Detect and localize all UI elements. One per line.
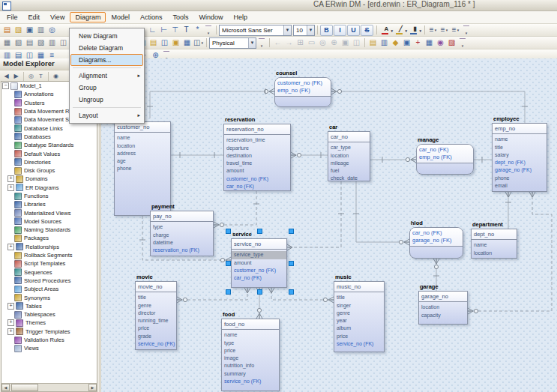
key-attribute-row[interactable]: customer_no bbox=[117, 124, 168, 131]
collapse-icon[interactable]: − bbox=[2, 82, 9, 89]
entity-box[interactable]: car_no (FK)emp_no (FK) bbox=[416, 144, 474, 175]
entity-box[interactable]: car_no (FK)garage_no (FK) bbox=[409, 227, 463, 259]
tree-item-directories[interactable]: Directories bbox=[1, 158, 97, 166]
selection-handle[interactable] bbox=[257, 229, 262, 234]
menubar-item-window[interactable]: Window bbox=[193, 12, 228, 22]
display-level-icon[interactable]: ◫▾ bbox=[193, 37, 204, 48]
entity-manage[interactable]: managecar_no (FK)emp_no (FK) bbox=[416, 144, 474, 175]
forward-icon[interactable]: ▶ bbox=[11, 72, 21, 81]
attribute-row[interactable]: phone bbox=[117, 165, 168, 172]
key-attribute-row[interactable]: customer_no (FK) bbox=[277, 79, 328, 87]
attribute-row[interactable]: image bbox=[224, 355, 277, 362]
toolbar-overflow-icon[interactable]: ▾ bbox=[205, 25, 211, 35]
strikethrough-button[interactable]: S bbox=[361, 25, 373, 36]
tree-item-themes[interactable]: +Themes bbox=[1, 319, 97, 327]
menu-item-group[interactable]: Group bbox=[70, 82, 143, 94]
tree-item-datatype-standards[interactable]: Datatype Standards bbox=[1, 141, 97, 149]
attribute-row[interactable]: service_type bbox=[232, 251, 286, 259]
attribute-row[interactable]: location bbox=[421, 304, 465, 311]
line-color-icon[interactable]: ╱▾ bbox=[394, 25, 408, 36]
expand-icon[interactable]: + bbox=[7, 244, 14, 250]
attribute-row[interactable]: service_no (FK) bbox=[138, 340, 174, 348]
menubar-item-actions[interactable]: Actions bbox=[135, 12, 168, 22]
attribute-row[interactable]: nutrition_info bbox=[224, 362, 277, 370]
tree-item-tablespaces[interactable]: Tablespaces bbox=[1, 310, 97, 319]
remove-icon[interactable]: ▭ bbox=[306, 37, 317, 48]
selection-handle[interactable] bbox=[289, 229, 294, 234]
tree-item-views[interactable]: Views bbox=[1, 344, 97, 352]
attribute-row[interactable]: location bbox=[117, 142, 168, 150]
attribute-row[interactable]: genre bbox=[138, 302, 174, 310]
expand-icon[interactable]: + bbox=[7, 319, 14, 326]
attribute-row[interactable]: year bbox=[337, 317, 382, 325]
open-model-icon[interactable]: ▨ bbox=[13, 25, 24, 35]
attribute-row[interactable]: running_time bbox=[138, 317, 174, 325]
key-attribute-row[interactable]: garage_no bbox=[421, 293, 465, 301]
attribute-row[interactable]: phone bbox=[495, 175, 544, 182]
entity-box[interactable]: car_nocar_typelocationmileagefuelcheck_d… bbox=[328, 131, 370, 181]
tree-item-sequences[interactable]: Sequences bbox=[1, 268, 97, 277]
attribute-row[interactable]: departure bbox=[226, 145, 288, 152]
fill-color-icon[interactable]: ▮▾ bbox=[408, 25, 422, 36]
key-attribute-row[interactable]: music_no bbox=[337, 283, 382, 291]
attribute-row[interactable]: check_date bbox=[331, 175, 367, 181]
attribute-row[interactable]: summary bbox=[224, 370, 277, 378]
data-browser-icon[interactable]: ▦ bbox=[424, 37, 435, 48]
complete-compare-icon[interactable]: ▤ bbox=[367, 37, 379, 48]
attribute-row[interactable]: grade bbox=[138, 333, 174, 340]
tree-item-databases[interactable]: Databases bbox=[1, 133, 97, 141]
attribute-row[interactable]: name bbox=[495, 136, 544, 143]
zoom-percent-icon[interactable]: ⊕ bbox=[328, 37, 340, 48]
entity-customer[interactable]: customercustomer_nonamelocationaddressag… bbox=[114, 121, 171, 216]
attribute-row[interactable]: amount bbox=[226, 167, 288, 175]
theme-brush-icon[interactable]: * bbox=[192, 25, 203, 35]
tree-item-script-templates[interactable]: Script Templates bbox=[1, 259, 97, 268]
menu-item-delete-diagram[interactable]: Delete Diagram bbox=[70, 42, 143, 54]
entity-hlod[interactable]: hlodcar_no (FK)garage_no (FK) bbox=[409, 227, 463, 259]
key-attribute-row[interactable]: pay_no bbox=[153, 213, 211, 220]
entity-box[interactable]: emp_nonametitlesalarydept_no (FK)garage_… bbox=[492, 123, 547, 192]
italic-button[interactable]: I bbox=[334, 25, 346, 36]
attribute-row[interactable]: amount bbox=[234, 259, 284, 267]
entity-box[interactable]: service_noservice_typeamountcustomer_no … bbox=[231, 238, 287, 288]
tree-item-naming-standards[interactable]: Naming Standards bbox=[1, 226, 97, 234]
line-style-icon[interactable]: ≡▾ bbox=[427, 25, 439, 35]
key-attribute-row[interactable]: car_no (FK) bbox=[412, 229, 460, 237]
attribute-row[interactable]: fuel bbox=[331, 167, 367, 175]
entity-box[interactable]: pay_notypechargedatetimereservation_no (… bbox=[150, 211, 214, 256]
attribute-row[interactable]: genre bbox=[337, 310, 382, 317]
print-icon[interactable]: ▥ bbox=[35, 25, 46, 35]
expand-icon[interactable]: + bbox=[7, 175, 14, 182]
entity-counsel[interactable]: counselcustomer_no (FK)emp_no (FK) bbox=[274, 77, 331, 107]
attribute-row[interactable]: reservation_no (FK) bbox=[153, 247, 211, 254]
index-editor-icon[interactable]: ▣ bbox=[170, 37, 181, 48]
identifying-relationship-icon[interactable]: ∟ bbox=[147, 25, 158, 35]
attribute-row[interactable]: price bbox=[138, 325, 174, 332]
font-name-combo[interactable]: Microsoft Sans Ser ▼ bbox=[219, 25, 292, 36]
entity-department[interactable]: departmentdept_nonamelocation bbox=[471, 229, 517, 259]
font-color-icon[interactable]: A▾ bbox=[379, 25, 394, 36]
entity-music[interactable]: musicmusic_notitlesingergenreyearalbumpr… bbox=[334, 281, 385, 352]
menu-item-diagrams[interactable]: Diagrams... bbox=[70, 54, 143, 66]
key-attribute-row[interactable]: dept_no bbox=[474, 231, 514, 238]
entity-movie[interactable]: moviemovie_notitlegenredirectorrunning_t… bbox=[135, 281, 177, 350]
attribute-row[interactable]: email bbox=[495, 182, 544, 190]
key-attribute-row[interactable]: garage_no (FK) bbox=[412, 237, 460, 244]
attribute-row[interactable]: address bbox=[117, 150, 168, 157]
key-attribute-row[interactable]: reservation_no bbox=[226, 126, 288, 133]
menu-item-alignment[interactable]: Alignment▸ bbox=[70, 70, 143, 82]
toolbar-overflow-icon[interactable]: ▾ bbox=[460, 38, 466, 48]
tree-item-packages[interactable]: Packages bbox=[1, 234, 97, 242]
attribute-row[interactable]: travel_time bbox=[226, 160, 288, 167]
key-attribute-row[interactable]: car_no (FK) bbox=[419, 146, 471, 154]
tree-item-functions[interactable]: Functions bbox=[1, 192, 97, 200]
tree-item-er-diagrams[interactable]: +ER Diagrams bbox=[1, 184, 97, 192]
tree-item-database-links[interactable]: Database Links bbox=[1, 124, 97, 132]
column-editor-icon[interactable]: ◫ bbox=[159, 37, 170, 48]
tree-item-model-sources[interactable]: Model Sources bbox=[1, 217, 97, 226]
print-grid-icon[interactable]: ▥ bbox=[46, 37, 58, 48]
tree-item-trigger-templates[interactable]: +Trigger Templates bbox=[1, 328, 97, 336]
attribute-row[interactable]: title bbox=[138, 294, 174, 301]
attribute-row[interactable]: capacity bbox=[421, 312, 465, 319]
report-designer-icon[interactable]: ▣ bbox=[401, 37, 412, 48]
